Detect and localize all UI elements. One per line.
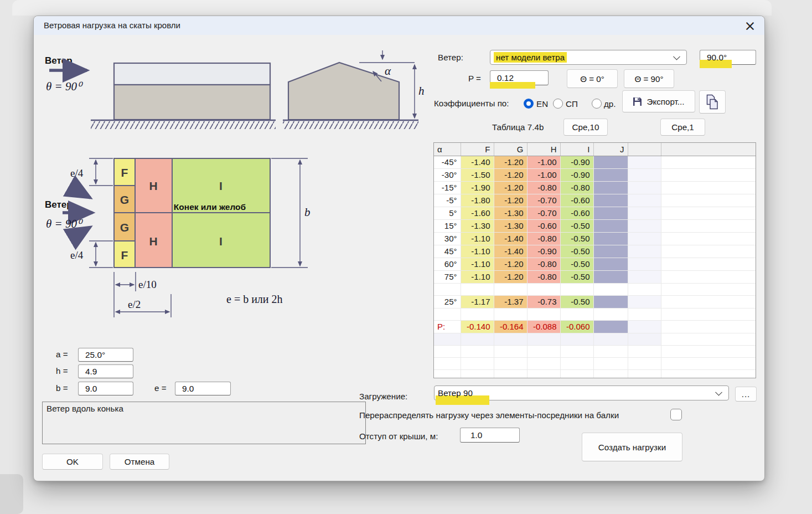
- table-cell[interactable]: [593, 345, 628, 357]
- table-cell[interactable]: [461, 345, 494, 357]
- table-cell[interactable]: 25°: [434, 295, 461, 308]
- table-cell[interactable]: 15°: [434, 219, 461, 232]
- table-cell[interactable]: [628, 245, 661, 258]
- table-cell[interactable]: [628, 258, 661, 270]
- table-cell[interactable]: -0.060: [560, 320, 593, 333]
- table-cell[interactable]: -1.40: [494, 232, 527, 245]
- table-cell[interactable]: -1.10: [461, 270, 494, 283]
- radio-en[interactable]: [524, 99, 534, 109]
- theta-90-button[interactable]: Θ = 90°: [624, 69, 674, 88]
- table-cell[interactable]: -0.60: [560, 194, 593, 207]
- table-cell[interactable]: [661, 156, 756, 168]
- column-header[interactable]: [661, 143, 756, 156]
- table-cell[interactable]: [434, 308, 461, 320]
- table-cell[interactable]: [461, 308, 494, 320]
- table-cell[interactable]: -1.17: [461, 295, 494, 308]
- redistribute-checkbox[interactable]: [670, 409, 682, 420]
- table-cell[interactable]: -1.30: [494, 219, 527, 232]
- table-cell[interactable]: -0.50: [560, 245, 593, 258]
- table-cell[interactable]: [494, 357, 527, 369]
- table-cell[interactable]: -0.60: [527, 219, 560, 232]
- table-cell[interactable]: [628, 308, 661, 320]
- table-cell[interactable]: 45°: [434, 245, 461, 258]
- comment-box[interactable]: Ветер вдоль конька: [42, 402, 366, 444]
- table-cell[interactable]: -30°: [434, 168, 461, 181]
- table-cell[interactable]: -1.40: [494, 245, 527, 258]
- table-cell[interactable]: 5°: [434, 207, 461, 219]
- table-cell[interactable]: -5°: [434, 194, 461, 207]
- table-cell[interactable]: 75°: [434, 270, 461, 283]
- table-cell[interactable]: [560, 369, 593, 378]
- table-cell[interactable]: -1.90: [461, 181, 494, 194]
- table-cell[interactable]: [661, 295, 756, 308]
- cancel-button[interactable]: Отмена: [110, 454, 169, 470]
- table-cell[interactable]: [661, 245, 756, 258]
- table-cell[interactable]: -0.50: [560, 270, 593, 283]
- copy-button[interactable]: [699, 90, 726, 114]
- table-cell[interactable]: [628, 270, 661, 283]
- table-cell[interactable]: [593, 181, 628, 194]
- table-cell[interactable]: [593, 168, 628, 181]
- table-cell[interactable]: [527, 308, 560, 320]
- table-cell[interactable]: P:: [434, 320, 461, 333]
- column-header[interactable]: H: [527, 143, 560, 156]
- table-cell[interactable]: [434, 333, 461, 345]
- table-cell[interactable]: [560, 308, 593, 320]
- table-cell[interactable]: -1.20: [494, 181, 527, 194]
- table-cell[interactable]: [661, 232, 756, 245]
- export-button[interactable]: Экспорт...: [622, 90, 695, 112]
- table-cell[interactable]: [494, 369, 527, 378]
- table-cell[interactable]: 30°: [434, 232, 461, 245]
- table-cell[interactable]: -0.73: [527, 295, 560, 308]
- table-cell[interactable]: [628, 181, 661, 194]
- offset-input[interactable]: 1.0: [460, 428, 520, 443]
- table-cell[interactable]: -1.20: [494, 258, 527, 270]
- table-cell[interactable]: [593, 194, 628, 207]
- table-cell[interactable]: -0.70: [527, 207, 560, 219]
- table-cell[interactable]: -45°: [434, 156, 461, 168]
- table-cell[interactable]: [461, 369, 494, 378]
- table-cell[interactable]: [661, 207, 756, 219]
- column-header[interactable]: [628, 143, 661, 156]
- table-cell[interactable]: [593, 207, 628, 219]
- table-cell[interactable]: [494, 345, 527, 357]
- cpe10-button[interactable]: Cpe,10: [563, 119, 608, 136]
- table-cell[interactable]: [593, 219, 628, 232]
- table-cell[interactable]: [527, 333, 560, 345]
- table-cell[interactable]: [494, 308, 527, 320]
- table-cell[interactable]: -0.80: [527, 232, 560, 245]
- table-cell[interactable]: [661, 219, 756, 232]
- table-cell[interactable]: [593, 232, 628, 245]
- table-cell[interactable]: -0.164: [494, 320, 527, 333]
- table-cell[interactable]: [527, 283, 560, 295]
- column-header[interactable]: I: [560, 143, 593, 156]
- table-cell[interactable]: [494, 283, 527, 295]
- radio-other[interactable]: [592, 99, 602, 109]
- table-cell[interactable]: -0.90: [527, 245, 560, 258]
- table-cell[interactable]: [560, 345, 593, 357]
- table-cell[interactable]: [628, 156, 661, 168]
- table-cell[interactable]: [661, 369, 756, 378]
- h-input[interactable]: 4.9: [78, 364, 133, 378]
- a-input[interactable]: 25.0°: [78, 348, 133, 362]
- radio-other-label[interactable]: др.: [604, 99, 616, 109]
- table-cell[interactable]: [661, 283, 756, 295]
- table-cell[interactable]: [661, 345, 756, 357]
- table-cell[interactable]: -1.20: [494, 270, 527, 283]
- close-icon[interactable]: ×: [740, 17, 760, 34]
- e-input[interactable]: 9.0: [175, 382, 231, 395]
- table-cell[interactable]: [628, 219, 661, 232]
- table-cell[interactable]: [593, 258, 628, 270]
- more-loadcases-button[interactable]: ...: [735, 387, 757, 402]
- table-cell[interactable]: -1.10: [461, 232, 494, 245]
- table-cell[interactable]: [434, 357, 461, 369]
- cpe1-button[interactable]: Cpe,1: [660, 119, 705, 136]
- table-cell[interactable]: -0.70: [527, 194, 560, 207]
- table-cell[interactable]: [628, 345, 661, 357]
- table-cell[interactable]: -0.60: [560, 207, 593, 219]
- table-cell[interactable]: [593, 283, 628, 295]
- table-cell[interactable]: [661, 258, 756, 270]
- table-cell[interactable]: -1.80: [461, 194, 494, 207]
- table-cell[interactable]: -1.50: [461, 168, 494, 181]
- table-cell[interactable]: -0.80: [527, 258, 560, 270]
